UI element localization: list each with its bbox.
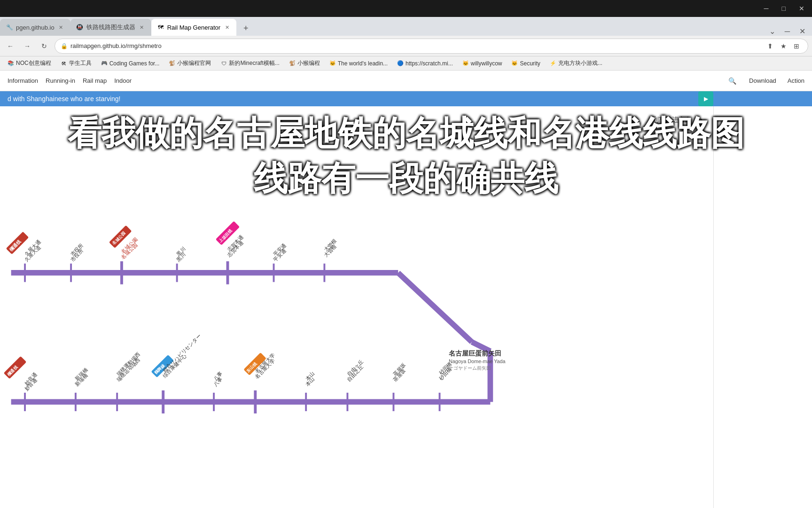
bookmark-minecraft-label: 新的Minecraft横幅... [229,59,279,67]
download-button[interactable]: Download [749,77,776,84]
address-bar[interactable]: 🔒 railmapgen.github.io/rmg/shmetro ⬆ ★ ⊞ [55,39,808,54]
bookmark-charger-favicon: ⚡ [550,60,556,67]
close-button[interactable]: ✕ [795,3,808,14]
tab-1-close[interactable]: ✕ [57,24,65,31]
restore-button[interactable]: ─ [782,27,793,36]
arrow-right-icon: → [695,115,704,125]
bookmark-monkey2[interactable]: 🐒 小猴编程 [285,58,324,68]
address-bar-row: ← → ↻ 🔒 railmapgen.github.io/rmg/shmetro… [0,36,812,56]
rail-map-container: 欄通线 名城公园 上坂田线 欄通线 鶴舞線 东山 [0,130,713,508]
bookmark-tools-label: 学生工具 [69,59,92,67]
tab-3-close[interactable]: ✕ [223,24,231,31]
tab-list-button[interactable]: ⌄ [766,27,778,36]
svg-line-1 [398,273,472,342]
info-banner: d with Shanghainese who are starving! [0,91,812,106]
bookmark-minecraft[interactable]: 🛡 新的Minecraft横幅... [217,58,283,68]
title-bar: ─ □ ✕ [0,0,812,17]
corner-action-button[interactable]: ▶ [698,91,713,106]
site-nav: Information Running-in Rail map Indoor 🔍… [0,71,812,91]
share-button[interactable]: ⬆ [765,40,776,52]
bookmark-charger-label: 充电方块小游戏... [558,59,602,67]
reload-button[interactable]: ↻ [38,40,51,53]
bookmark-scratch-favicon: 🔵 [397,60,404,67]
tab-3-title: Rail Map Generator [167,24,220,31]
nav-information[interactable]: Information [8,75,38,86]
address-actions: ⬆ ★ ⊞ [765,40,802,52]
right-panel [713,106,812,508]
train-direction-text: 列车前进方向 [652,116,692,124]
nav-running-in[interactable]: Running-in [46,75,75,86]
tab-2[interactable]: 🚇 铁路线路图生成器 ✕ [70,19,151,36]
bookmark-scratch[interactable]: 🔵 https://scratch.mi... [393,59,457,68]
window-close-button[interactable]: ✕ [796,27,808,36]
maximize-button[interactable]: □ [778,3,789,14]
bookmark-monkey1[interactable]: 🐒 小猴编程官网 [165,58,215,68]
tab-end-controls: ⌄ ─ ✕ [766,27,812,36]
svg-text:名古屋巨蛋前矢田: 名古屋巨蛋前矢田 [448,349,501,357]
page-content: Information Running-in Rail map Indoor 🔍… [0,71,812,508]
forward-button[interactable]: → [21,40,34,53]
bookmark-security-label: Security [520,60,540,67]
tab-1-favicon: 🔧 [6,24,13,31]
svg-text:ナゴヤドーム前矢田: ナゴヤドーム前矢田 [449,365,491,371]
back-button[interactable]: ← [4,40,17,53]
bookmark-security-favicon: 🐱 [511,60,518,67]
tab-1-title: pgen.github.io [16,24,55,31]
nav-indoor[interactable]: Indoor [114,75,132,86]
bookmark-monkey2-label: 小猴编程 [297,59,320,67]
bookmark-security[interactable]: 🐱 Security [508,59,544,68]
bookmark-world[interactable]: 🐱 The world's leadin... [326,59,391,68]
action-button[interactable]: Action [788,77,804,84]
bookmark-willy-label: willywillycow [471,60,502,67]
new-tab-button[interactable]: + [238,21,253,36]
bookmark-noc-label: NOC创意编程 [16,59,51,67]
tab-2-close[interactable]: ✕ [138,24,146,31]
bookmark-world-label: The world's leadin... [338,60,388,67]
tab-3[interactable]: 🗺 Rail Map Generator ✕ [151,19,236,36]
rail-map-svg: 欄通线 名城公园 上坂田线 欄通线 鶴舞線 东山 [0,130,713,508]
bookmark-tools[interactable]: 🛠 学生工具 [57,58,95,68]
bookmark-coding[interactable]: 🎮 Coding Games for... [97,59,164,68]
train-direction: 列车前进方向 → [652,115,704,125]
svg-text:Nagoya Dome-mae Yada: Nagoya Dome-mae Yada [449,358,505,364]
search-button[interactable]: 🔍 [726,75,738,87]
bookmark-coding-label: Coding Games for... [109,60,160,67]
bookmark-noc[interactable]: 📚 NOC创意编程 [4,58,55,68]
svg-text:総合リハビリセンター: 総合リハビリセンター [161,333,202,373]
bookmark-monkey1-label: 小猴编程官网 [177,59,211,67]
nav-rail-map[interactable]: Rail map [83,75,107,86]
tab-2-title: 铁路线路图生成器 [86,23,135,32]
bookmark-coding-favicon: 🎮 [101,60,108,67]
bookmark-charger[interactable]: ⚡ 充电方块小游戏... [546,58,606,68]
tab-1[interactable]: 🔧 pgen.github.io ✕ [0,19,70,36]
map-area: 列车前进方向 → [0,106,812,508]
minimize-button[interactable]: ─ [760,3,773,14]
banner-text: d with Shanghainese who are starving! [8,95,120,103]
bookmarks-bar: 📚 NOC创意编程 🛠 学生工具 🎮 Coding Games for... 🐒… [0,56,812,71]
reader-button[interactable]: ⊞ [791,40,802,52]
bookmark-willy-favicon: 🐱 [462,60,469,67]
bookmark-tools-favicon: 🛠 [61,60,67,67]
bookmark-monkey2-favicon: 🐒 [289,60,296,67]
bookmark-button[interactable]: ★ [778,40,789,52]
bookmark-scratch-label: https://scratch.mi... [406,60,453,67]
bookmark-noc-favicon: 📚 [8,60,14,67]
tab-bar: 🔧 pgen.github.io ✕ 🚇 铁路线路图生成器 ✕ 🗺 Rail M… [0,17,812,36]
bookmark-world-favicon: 🐱 [329,60,336,67]
browser-frame: ─ □ ✕ 🔧 pgen.github.io ✕ 🚇 铁路线路图生成器 ✕ 🗺 … [0,0,812,508]
bookmark-monkey1-favicon: 🐒 [169,60,175,67]
lock-icon: 🔒 [61,43,68,49]
bookmark-minecraft-favicon: 🛡 [220,60,227,67]
tab-2-favicon: 🚇 [76,24,84,31]
title-bar-controls: ─ □ ✕ [760,3,808,14]
bookmark-willy[interactable]: 🐱 willywillycow [459,59,506,68]
url-text: railmapgen.github.io/rmg/shmetro [70,42,762,49]
tab-3-favicon: 🗺 [157,24,164,31]
